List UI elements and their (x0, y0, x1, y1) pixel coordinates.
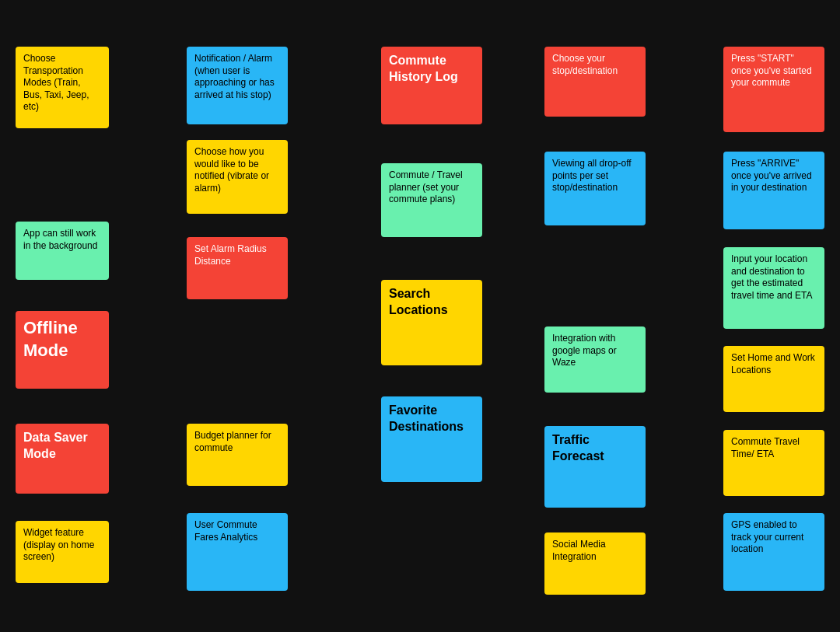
social-media-integration[interactable]: Social Media Integration (544, 532, 646, 595)
favorite-destinations[interactable]: Favorite Destinations (381, 396, 482, 482)
traffic-forecast[interactable]: Traffic Forecast (544, 426, 646, 508)
integration-google-maps[interactable]: Integration with google maps or Waze (544, 326, 646, 393)
budget-planner[interactable]: Budget planner for commute (187, 424, 288, 486)
search-locations[interactable]: Search Locations (381, 280, 482, 365)
user-commute-fares[interactable]: User Commute Fares Analytics (187, 513, 288, 591)
input-location-destination[interactable]: Input your location and destination to g… (723, 247, 824, 329)
press-arrive[interactable]: Press "ARRIVE" once you've arrived in yo… (723, 152, 824, 229)
board: Choose Transportation Modes (Train, Bus,… (0, 0, 840, 632)
commute-travel-time-eta[interactable]: Commute Travel Time/ ETA (723, 430, 824, 496)
choose-transportation[interactable]: Choose Transportation Modes (Train, Bus,… (16, 47, 109, 128)
widget-feature[interactable]: Widget feature (display on home screen) (16, 521, 109, 583)
set-alarm-radius[interactable]: Set Alarm Radius Distance (187, 237, 288, 299)
press-start[interactable]: Press "START" once you've started your c… (723, 47, 824, 132)
choose-notification[interactable]: Choose how you would like to be notified… (187, 140, 288, 214)
set-home-work[interactable]: Set Home and Work Locations (723, 346, 824, 412)
offline-mode[interactable]: Offline Mode (16, 311, 109, 389)
commute-history-log[interactable]: Commute History Log (381, 47, 482, 124)
data-saver-mode[interactable]: Data Saver Mode (16, 424, 109, 494)
commute-travel-planner[interactable]: Commute / Travel planner (set your commu… (381, 163, 482, 237)
notification-alarm[interactable]: Notification / Alarm (when user is appro… (187, 47, 288, 124)
app-background[interactable]: App can still work in the background (16, 222, 109, 280)
choose-stop-destination[interactable]: Choose your stop/destination (544, 47, 646, 117)
viewing-dropoff-points[interactable]: Viewing all drop-off points per set stop… (544, 152, 646, 225)
gps-enabled[interactable]: GPS enabled to track your current locati… (723, 513, 824, 591)
